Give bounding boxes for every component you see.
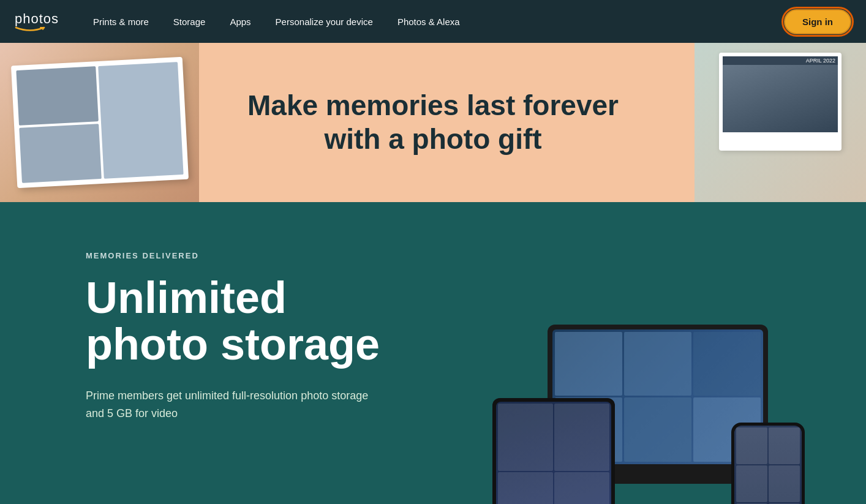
screen-thumbnail-5 (624, 397, 691, 461)
photo-slot-2 (98, 62, 183, 179)
screen-thumbnail-1 (555, 332, 622, 396)
nav-links: Prints & more Storage Apps Personalize y… (93, 17, 764, 27)
hero-title: Make memories last forever with a photo … (247, 89, 619, 156)
screen-thumbnail-2 (624, 332, 691, 396)
hero-left-image (0, 43, 199, 202)
nav-prints[interactable]: Prints & more (93, 17, 149, 27)
device-mockup-area (486, 325, 805, 504)
photo-slot-3 (19, 124, 102, 183)
tablet-thumb-2 (554, 404, 609, 471)
nav-apps[interactable]: Apps (230, 17, 250, 27)
signin-button[interactable]: Sign in (784, 9, 851, 34)
tablet-thumb-4 (554, 472, 609, 504)
phone-thumb-2 (769, 427, 800, 464)
phone-screen (734, 426, 802, 504)
photo-slot-1 (16, 66, 99, 126)
tablet-mockup (492, 398, 615, 504)
main-heading: Unlimited photo storage (86, 275, 380, 367)
tablet-screen (496, 402, 611, 504)
nav-storage[interactable]: Storage (173, 17, 206, 27)
hero-banner: Make memories last forever with a photo … (0, 43, 866, 202)
nav-photos-alexa[interactable]: Photos & Alexa (397, 17, 460, 27)
text-content: MEMORIES DELIVERED Unlimited photo stora… (86, 251, 380, 423)
logo[interactable]: photos (15, 11, 64, 32)
calendar-mockup: APRIL 2022 (719, 53, 842, 151)
calendar-header: APRIL 2022 (723, 56, 838, 65)
main-description: Prime members get unlimited full-resolut… (86, 387, 380, 423)
tablet-thumb-1 (498, 404, 553, 471)
amazon-smile-icon (15, 26, 45, 32)
navbar: photos Prints & more Storage Apps Person… (0, 0, 866, 43)
hero-right-image: APRIL 2022 (695, 43, 866, 202)
nav-personalize[interactable]: Personalize your device (276, 17, 373, 27)
main-section: MEMORIES DELIVERED Unlimited photo stora… (0, 202, 866, 504)
photo-book (10, 57, 188, 188)
brand-name: photos (15, 11, 59, 27)
screen-thumbnail-3 (693, 332, 761, 396)
phone-thumb-3 (736, 465, 767, 502)
hero-content: Make memories last forever with a photo … (247, 89, 619, 156)
phone-mockup (731, 423, 805, 504)
tablet-thumb-3 (498, 472, 553, 504)
phone-thumb-1 (736, 427, 767, 464)
eyebrow-text: MEMORIES DELIVERED (86, 251, 380, 260)
phone-thumb-4 (769, 465, 800, 502)
calendar-photo (723, 65, 838, 132)
